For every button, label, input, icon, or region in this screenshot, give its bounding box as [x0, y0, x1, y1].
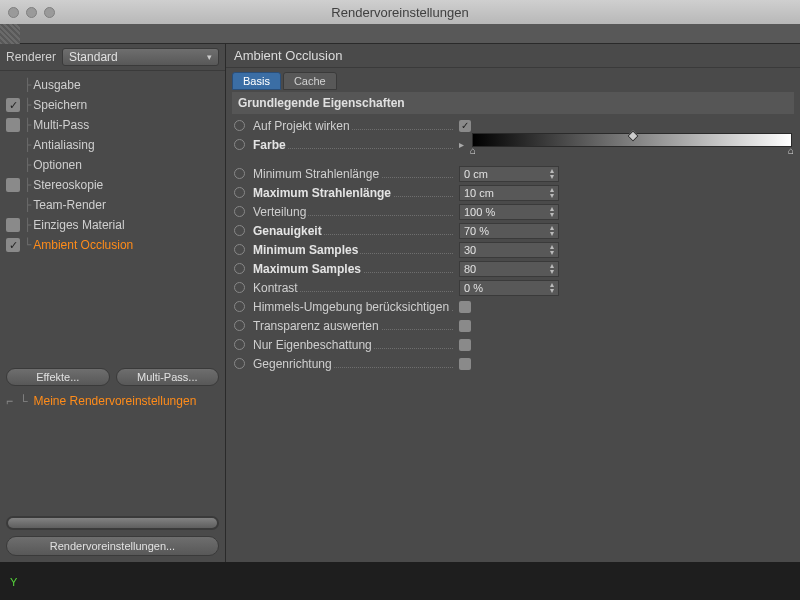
viewport-footer: Y — [0, 562, 800, 600]
prop-trans-label: Transparenz auswerten — [253, 319, 453, 333]
effects-button[interactable]: Effekte... — [6, 368, 110, 386]
anim-dot-icon[interactable] — [234, 225, 245, 236]
apply-checkbox[interactable]: ✓ — [459, 120, 471, 132]
minsamp-field[interactable]: 30▴▾ — [459, 242, 559, 258]
sidebar-item[interactable]: ├Multi-Pass — [0, 115, 225, 135]
tree-branch-icon: └ — [24, 238, 31, 252]
tree-item-label: Multi-Pass — [33, 118, 89, 132]
minray-field[interactable]: 0 cm▴▾ — [459, 166, 559, 182]
sidebar-item[interactable]: ✓├Speichern — [0, 95, 225, 115]
anim-dot-icon[interactable] — [234, 320, 245, 331]
tree-item-label: Antialiasing — [33, 138, 94, 152]
toolbar — [0, 24, 800, 44]
color-gradient[interactable] — [472, 133, 792, 147]
chevron-down-icon: ▾ — [207, 52, 212, 62]
prop-minray-label: Minimum Strahlenlänge — [253, 167, 453, 181]
prop-accuracy-label: Genauigkeit — [253, 224, 453, 238]
tree-branch-icon: ├ — [24, 78, 31, 92]
horizontal-scrollbar[interactable] — [6, 516, 219, 530]
tree-item-label: Team-Render — [33, 198, 106, 212]
maxray-field[interactable]: 10 cm▴▾ — [459, 185, 559, 201]
tree-item-label: Stereoskopie — [33, 178, 103, 192]
tree-checkbox[interactable] — [6, 118, 20, 132]
tree-checkbox[interactable]: ✓ — [6, 98, 20, 112]
tree-branch-icon: ├ — [24, 178, 31, 192]
panel-title: Ambient Occlusion — [226, 44, 800, 68]
tree-branch-icon: ├ — [24, 198, 31, 212]
tab-basis[interactable]: Basis — [232, 72, 281, 90]
multipass-button[interactable]: Multi-Pass... — [116, 368, 220, 386]
tree-item-label: Optionen — [33, 158, 82, 172]
sidebar-item[interactable]: ├Team-Render — [0, 195, 225, 215]
prop-contrast-label: Kontrast — [253, 281, 453, 295]
gradient-marker-icon[interactable]: ⌂ — [788, 145, 794, 156]
tree-branch-icon: ├ — [24, 218, 31, 232]
prop-apply-label: Auf Projekt wirken — [253, 119, 453, 133]
tree-item-label: Ambient Occlusion — [33, 238, 133, 252]
tree-branch-icon: ├ — [24, 158, 31, 172]
anim-dot-icon[interactable] — [234, 187, 245, 198]
expand-arrow-icon[interactable]: ▸ — [459, 139, 464, 150]
contrast-field[interactable]: 0 %▴▾ — [459, 280, 559, 296]
sidebar-item[interactable]: ├Ausgabe — [0, 75, 225, 95]
prop-color-label: Farbe — [253, 138, 453, 152]
tree-item-label: Einziges Material — [33, 218, 124, 232]
trans-checkbox[interactable] — [459, 320, 471, 332]
preset-label: Meine Rendervoreinstellungen — [34, 394, 197, 408]
anim-dot-icon[interactable] — [234, 139, 245, 150]
render-tree: ├Ausgabe✓├Speichern├Multi-Pass├Antialias… — [0, 71, 225, 259]
preset-row[interactable]: ⌐ └ Meine Rendervoreinstellungen — [0, 390, 225, 412]
reverse-checkbox[interactable] — [459, 358, 471, 370]
expand-icon: ⌐ — [6, 394, 13, 408]
tree-checkbox[interactable] — [6, 218, 20, 232]
renderer-value: Standard — [69, 50, 118, 64]
anim-dot-icon[interactable] — [234, 263, 245, 274]
prop-reverse-label: Gegenrichtung — [253, 357, 453, 371]
spread-field[interactable]: 100 %▴▾ — [459, 204, 559, 220]
tree-branch-icon: ├ — [24, 98, 31, 112]
sidebar: Renderer Standard ▾ ├Ausgabe✓├Speichern├… — [0, 44, 226, 562]
anim-dot-icon[interactable] — [234, 358, 245, 369]
selfshadow-checkbox[interactable] — [459, 339, 471, 351]
tree-checkbox[interactable] — [6, 178, 20, 192]
section-header: Grundlegende Eigenschaften — [232, 92, 794, 114]
tree-item-label: Speichern — [33, 98, 87, 112]
renderer-label: Renderer — [6, 50, 56, 64]
sidebar-item[interactable]: ✓└Ambient Occlusion — [0, 235, 225, 255]
anim-dot-icon[interactable] — [234, 120, 245, 131]
sky-checkbox[interactable] — [459, 301, 471, 313]
prop-selfshadow-label: Nur Eigenbeschattung — [253, 338, 453, 352]
prop-maxsamp-label: Maximum Samples — [253, 262, 453, 276]
tree-item-label: Ausgabe — [33, 78, 80, 92]
anim-dot-icon[interactable] — [234, 339, 245, 350]
tab-cache[interactable]: Cache — [283, 72, 337, 90]
anim-dot-icon[interactable] — [234, 206, 245, 217]
content-panel: Ambient Occlusion Basis Cache Grundlegen… — [226, 44, 800, 562]
accuracy-field[interactable]: 70 %▴▾ — [459, 223, 559, 239]
titlebar: Rendervoreinstellungen — [0, 0, 800, 24]
tree-branch-icon: ├ — [24, 138, 31, 152]
sidebar-item[interactable]: ├Einziges Material — [0, 215, 225, 235]
window-title: Rendervoreinstellungen — [0, 5, 800, 20]
maxsamp-field[interactable]: 80▴▾ — [459, 261, 559, 277]
tree-checkbox[interactable]: ✓ — [6, 238, 20, 252]
anim-dot-icon[interactable] — [234, 168, 245, 179]
prop-maxray-label: Maximum Strahlenlänge — [253, 186, 453, 200]
sidebar-item[interactable]: ├Antialiasing — [0, 135, 225, 155]
corner-branch: └ — [19, 394, 28, 408]
prop-spread-label: Verteilung — [253, 205, 453, 219]
sidebar-item[interactable]: ├Optionen — [0, 155, 225, 175]
prop-minsamp-label: Minimum Samples — [253, 243, 453, 257]
axis-indicator: Y — [10, 576, 17, 588]
sidebar-item[interactable]: ├Stereoskopie — [0, 175, 225, 195]
prop-sky-label: Himmels-Umgebung berücksichtigen — [253, 300, 453, 314]
tree-branch-icon: ├ — [24, 118, 31, 132]
render-settings-button[interactable]: Rendervoreinstellungen... — [6, 536, 219, 556]
gradient-marker-icon[interactable]: ⌂ — [470, 145, 476, 156]
renderer-dropdown[interactable]: Standard ▾ — [62, 48, 219, 66]
drag-handle-icon[interactable] — [0, 24, 20, 44]
anim-dot-icon[interactable] — [234, 282, 245, 293]
anim-dot-icon[interactable] — [234, 301, 245, 312]
anim-dot-icon[interactable] — [234, 244, 245, 255]
